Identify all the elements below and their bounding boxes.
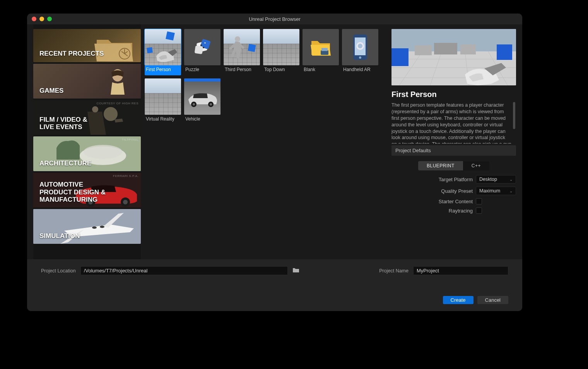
- template-label: Puzzle: [184, 65, 220, 75]
- svg-point-23: [200, 44, 202, 46]
- starter-content-checkbox[interactable]: [476, 198, 482, 204]
- svg-rect-54: [391, 48, 409, 66]
- svg-point-27: [235, 36, 240, 42]
- template-puzzle[interactable]: Puzzle: [184, 29, 220, 75]
- create-button[interactable]: Create: [443, 296, 473, 304]
- svg-point-6: [92, 106, 98, 112]
- svg-rect-18: [166, 31, 175, 41]
- main-area: RECENT PROJECTS GAMES: [27, 24, 522, 259]
- template-first-person[interactable]: First Person: [145, 29, 181, 75]
- project-name-label: Project Name: [379, 268, 409, 274]
- category-automotive[interactable]: FERRARI S.P.A. AUTOMOTIVE PRODUCT DESIGN…: [33, 173, 141, 207]
- templates-grid: First Person Puzzle: [141, 24, 388, 259]
- project-location-input[interactable]: [80, 266, 288, 275]
- category-label: GAMES: [39, 87, 63, 95]
- svg-rect-58: [460, 44, 476, 54]
- category-recent-projects[interactable]: RECENT PROJECTS: [33, 29, 141, 62]
- car-icon: [186, 90, 219, 107]
- puzzle-icon: [184, 29, 220, 65]
- chevron-down-icon: ⌄: [509, 177, 513, 182]
- svg-point-37: [358, 44, 362, 48]
- svg-rect-22: [195, 46, 203, 54]
- svg-rect-55: [497, 44, 512, 60]
- project-browser-window: Unreal Project Browser RECENT PROJECTS: [27, 14, 522, 311]
- close-window-button[interactable]: [32, 17, 36, 21]
- svg-point-43: [193, 103, 195, 105]
- category-label: RECENT PROJECTS: [39, 50, 104, 58]
- target-platform-dropdown[interactable]: Desktop ⌄: [476, 175, 516, 184]
- category-label: FILM / VIDEO & LIVE EVENTS: [39, 116, 87, 131]
- svg-point-35: [359, 56, 361, 59]
- folder-icon: [91, 32, 137, 62]
- svg-point-14: [123, 200, 128, 204]
- category-label: AUTOMOTIVE PRODUCT DESIGN & MANUFACTURIN…: [39, 181, 106, 204]
- toggle-blueprint[interactable]: BLUEPRINT: [418, 161, 463, 170]
- raytracing-checkbox[interactable]: [476, 207, 482, 214]
- first-person-arms-icon: [145, 29, 181, 65]
- character-illustration: [102, 67, 133, 95]
- svg-point-44: [210, 103, 212, 105]
- quality-preset-dropdown[interactable]: Maximum ⌄: [476, 187, 516, 195]
- template-label: First Person: [145, 65, 181, 75]
- category-simulation[interactable]: SIMULATION: [33, 209, 141, 244]
- svg-point-16: [92, 226, 97, 229]
- phone-ar-icon: [351, 34, 369, 61]
- toggle-cpp[interactable]: C++: [463, 161, 489, 170]
- template-label: Third Person: [224, 65, 260, 75]
- maximize-window-button[interactable]: [47, 17, 52, 21]
- template-blank[interactable]: Blank: [303, 29, 339, 75]
- mannequin-icon: [224, 29, 260, 65]
- starter-content-label: Starter Content: [439, 199, 473, 204]
- template-label: Top Down: [263, 65, 299, 75]
- project-name-input[interactable]: [413, 266, 508, 275]
- watermark-text: FERRARI S.P.A.: [113, 174, 138, 178]
- svg-rect-26: [248, 44, 256, 52]
- dropdown-value: Desktop: [479, 177, 497, 182]
- watermark-text: COURTESY OF HIGH RES: [97, 102, 138, 105]
- template-label: Blank: [303, 65, 339, 75]
- window-controls: [27, 17, 52, 21]
- category-architecture[interactable]: TILTPIXEL ARCHITECTURE: [33, 136, 141, 171]
- template-label: Handheld AR: [342, 65, 378, 75]
- project-location-label: Project Location: [41, 268, 76, 274]
- svg-point-9: [84, 145, 122, 159]
- scrollbar-thumb[interactable]: [513, 102, 515, 129]
- svg-rect-32: [321, 48, 328, 51]
- template-virtual-reality[interactable]: Virtual Reality: [145, 78, 181, 125]
- detail-panel: First Person The first person template f…: [388, 24, 516, 259]
- category-sidebar: RECENT PROJECTS GAMES: [33, 24, 141, 259]
- template-handheld-ar[interactable]: Handheld AR: [342, 29, 378, 75]
- cancel-button[interactable]: Cancel: [477, 296, 508, 304]
- template-preview-image: [391, 29, 516, 85]
- chevron-down-icon: ⌄: [509, 189, 513, 193]
- svg-rect-57: [415, 45, 432, 55]
- code-type-toggle: BLUEPRINT C++: [391, 161, 516, 170]
- svg-rect-56: [434, 43, 457, 54]
- minimize-window-button[interactable]: [39, 17, 44, 21]
- category-film-video[interactable]: COURTESY OF HIGH RES FILM / VIDEO & LIVE…: [33, 100, 141, 135]
- footer-area: Project Location Project Name Create Can…: [27, 259, 522, 311]
- template-vehicle[interactable]: Vehicle: [184, 78, 220, 125]
- window-title: Unreal Project Browser: [249, 16, 301, 22]
- template-detail-title: First Person: [391, 90, 516, 99]
- browse-folder-icon[interactable]: [292, 267, 299, 274]
- project-settings: Target Platform Desktop ⌄ Quality Preset…: [391, 175, 516, 214]
- template-label: Virtual Reality: [145, 115, 181, 125]
- template-description-scroll[interactable]: The first person template features a pla…: [391, 102, 516, 144]
- blank-folder-icon: [310, 38, 332, 56]
- svg-point-17: [100, 226, 104, 228]
- template-third-person[interactable]: Third Person: [224, 29, 260, 75]
- watermark-text: TILTPIXEL: [122, 138, 138, 141]
- category-label: SIMULATION: [39, 232, 80, 240]
- quality-preset-label: Quality Preset: [441, 188, 473, 194]
- svg-point-5: [104, 107, 118, 121]
- template-top-down[interactable]: Top Down: [263, 29, 299, 75]
- category-label: ARCHITECTURE: [39, 160, 91, 167]
- target-platform-label: Target Platform: [439, 177, 473, 182]
- svg-rect-19: [147, 47, 153, 53]
- category-games[interactable]: GAMES: [33, 64, 141, 99]
- project-defaults-header: Project Defaults: [391, 145, 516, 156]
- template-description: The first person template features a pla…: [391, 102, 516, 144]
- template-label: Vehicle: [184, 115, 220, 125]
- raytracing-label: Raytracing: [449, 208, 473, 214]
